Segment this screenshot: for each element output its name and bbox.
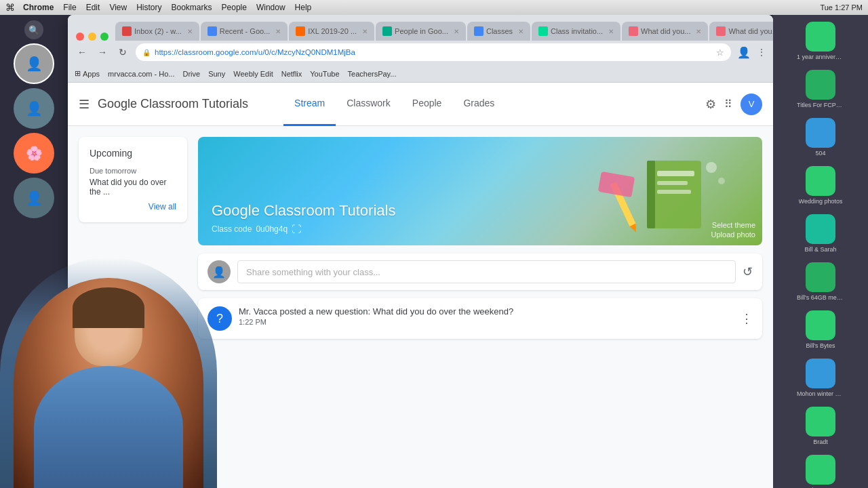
tab-people[interactable]: People in Goo... ✕: [376, 22, 466, 41]
tab-close-recent[interactable]: ✕: [275, 28, 281, 35]
apple-menu[interactable]: ⌘: [5, 2, 15, 13]
forward-button[interactable]: →: [95, 45, 110, 60]
bookmark-suny[interactable]: Suny: [208, 70, 225, 78]
app-icon-wedding: [806, 166, 835, 196]
bookmark-apps[interactable]: ⊞ Apps: [75, 69, 100, 78]
sidebar-avatar-1[interactable]: 👤: [14, 43, 54, 84]
class-code-label: Class code: [212, 224, 252, 234]
sidebar-expand[interactable]: ▶: [31, 449, 37, 458]
menu-window[interactable]: Window: [256, 3, 285, 12]
svg-rect-4: [657, 190, 691, 194]
close-button[interactable]: [76, 33, 84, 41]
app-icon-bradt: [806, 407, 835, 436]
tab-ixl[interactable]: IXL 2019-20 ... ✕: [289, 22, 374, 41]
chrome-addressbar: ← → ↻ 🔒 https://classroom.google.com/u/0…: [68, 41, 773, 65]
refresh-button[interactable]: ↻: [115, 45, 130, 60]
chrome-window: Inbox (2) - w... ✕ Recent - Goo... ✕ IXL…: [68, 15, 773, 488]
gc-app-title: Google Classroom Tutorials: [98, 97, 248, 111]
maximize-button[interactable]: [100, 33, 108, 41]
mac-app-504[interactable]: 504: [776, 114, 865, 161]
user-avatar[interactable]: V: [741, 94, 762, 115]
google-apps-icon[interactable]: ⠿: [724, 98, 732, 110]
sidebar-search-button[interactable]: 🔍: [24, 20, 43, 39]
mac-app-wedding[interactable]: Wedding photos: [776, 162, 865, 209]
repost-icon[interactable]: ↺: [743, 264, 753, 279]
tab-close-classes[interactable]: ✕: [518, 28, 524, 35]
share-input[interactable]: Share something with your class...: [237, 260, 736, 283]
minimize-button[interactable]: [88, 33, 96, 41]
view-all-button[interactable]: View all: [90, 202, 176, 211]
tab-stream[interactable]: Stream: [283, 83, 336, 126]
profile-button[interactable]: 👤: [736, 45, 751, 60]
app-icon-64gb: [806, 262, 835, 292]
menu-view[interactable]: View: [109, 3, 127, 12]
settings-gear-icon[interactable]: ⚙: [705, 97, 716, 112]
post-title: Mr. Vacca posted a new question: What di…: [239, 306, 734, 317]
address-field[interactable]: 🔒 https://classroom.google.com/u/0/c/Mzc…: [136, 43, 731, 61]
bookmark-teacherspay[interactable]: TeachersPay...: [348, 70, 397, 78]
sidebar-avatar-4[interactable]: 👤: [14, 178, 54, 218]
mac-app-billsarah[interactable]: Bill & Sarah: [776, 210, 865, 257]
tab-classwork[interactable]: Classwork: [336, 83, 401, 126]
back-button[interactable]: ←: [75, 45, 90, 60]
tab-close-what1[interactable]: ✕: [696, 28, 701, 35]
post-more-options[interactable]: ⋮: [741, 311, 753, 326]
bookmarks-bar: ⊞ Apps mrvacca.com - Ho... Drive Suny We…: [68, 65, 773, 83]
tab-close-inbox[interactable]: ✕: [187, 28, 193, 35]
tab-close-people[interactable]: ✕: [454, 28, 459, 35]
menu-file[interactable]: File: [63, 3, 76, 12]
question-icon: ?: [216, 312, 223, 326]
mac-app-bradt[interactable]: Bradt: [776, 403, 865, 449]
expand-icon[interactable]: ⛶: [292, 224, 301, 235]
sidebar-avatar-5[interactable]: T: [17, 462, 51, 483]
bookmark-youtube-label: YouTube: [310, 70, 339, 78]
mac-app-billsbytes[interactable]: Bill's Bytes: [776, 306, 865, 353]
mac-app-64gb[interactable]: Bill's 64GB mem. card: [776, 258, 865, 305]
bookmark-youtube[interactable]: YouTube: [310, 70, 339, 78]
menu-bookmarks[interactable]: Bookmarks: [172, 3, 212, 12]
class-code-value: 0u0hg4q: [256, 224, 288, 234]
tab-recent[interactable]: Recent - Goo... ✕: [201, 22, 288, 41]
bookmark-mrvacca[interactable]: mrvacca.com - Ho...: [108, 70, 174, 78]
menu-edit[interactable]: Edit: [86, 3, 100, 12]
stream-share-card: 👤 Share something with your class... ↺: [198, 253, 762, 290]
svg-rect-3: [657, 181, 688, 185]
hamburger-menu[interactable]: ☰: [79, 97, 90, 112]
tab-inbox[interactable]: Inbox (2) - w... ✕: [115, 22, 199, 41]
tab-people[interactable]: People: [401, 83, 453, 126]
menubar-right: Tue 1:27 PM: [820, 3, 863, 12]
lock-icon: 🔒: [142, 49, 151, 56]
gc-nav-tabs: Stream Classwork People Grades: [283, 83, 505, 126]
sidebar-avatar-2[interactable]: 👤: [14, 88, 54, 129]
upload-photo-button[interactable]: Upload photo: [711, 230, 755, 239]
tab-close-ixl[interactable]: ✕: [362, 28, 368, 35]
menu-help[interactable]: Help: [295, 3, 312, 12]
menu-history[interactable]: History: [136, 3, 161, 12]
bookmark-star-icon[interactable]: ☆: [716, 47, 724, 58]
menu-people[interactable]: People: [222, 3, 247, 12]
bookmark-apps-label: Apps: [83, 70, 100, 78]
tab-what1[interactable]: What did you... ✕: [622, 22, 708, 41]
tab-classes[interactable]: Classes ✕: [467, 22, 530, 41]
bookmark-drive-label: Drive: [182, 70, 200, 78]
mac-app-mohon[interactable]: Mohon winter drone: [776, 354, 865, 401]
tab-invite[interactable]: Class invitatio... ✕: [532, 22, 620, 41]
tab-grades[interactable]: Grades: [452, 83, 505, 126]
bookmark-netflix[interactable]: Netflix: [281, 70, 302, 78]
select-theme-button[interactable]: Select theme: [712, 221, 755, 229]
sidebar-avatar-3[interactable]: 🌸: [14, 133, 54, 174]
mac-app-anniversary[interactable]: 1 year anniversary: [776, 18, 865, 64]
gc-header-right: ⚙ ⠿ V: [705, 94, 762, 115]
bookmark-weebly[interactable]: Weebly Edit: [233, 70, 273, 78]
svg-point-8: [706, 162, 717, 173]
user-stream-avatar: 👤: [208, 260, 231, 283]
menu-chrome[interactable]: Chrome: [23, 3, 54, 12]
mac-app-finances[interactable]: Finances: [776, 451, 865, 488]
tab-close-invite[interactable]: ✕: [608, 28, 614, 35]
bookmark-drive[interactable]: Drive: [182, 70, 200, 78]
app-label-bradt: Bradt: [813, 439, 828, 445]
mac-app-titles[interactable]: Titles For FCPX Date...Folder: [776, 66, 865, 113]
svg-rect-7: [598, 171, 635, 197]
traffic-lights: [73, 28, 114, 41]
chrome-menu-button[interactable]: ⋮: [757, 47, 766, 58]
